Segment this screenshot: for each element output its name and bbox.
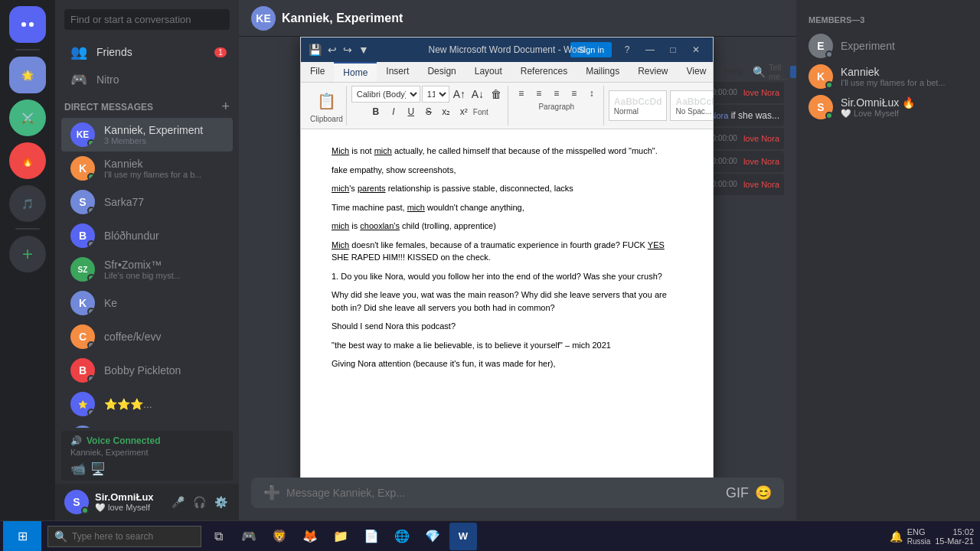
friends-nav[interactable]: 👥 Friends 1 — [61, 39, 233, 65]
word-close-button[interactable]: ✕ — [685, 39, 707, 60]
dm-item-blod[interactable]: B Blóðhundur — [61, 219, 233, 253]
server-icon-2[interactable]: ⚔️ — [9, 99, 46, 136]
search-input[interactable] — [64, 9, 230, 30]
style-no-spacing[interactable]: AaBbCcDd No Spac... — [670, 90, 713, 121]
gif-button[interactable]: GIF — [726, 485, 749, 501]
dm-item-kanniek[interactable]: K Kanniek I'll use my flames for a b... — [61, 152, 233, 185]
server-icon-3[interactable]: 🔥 — [9, 142, 46, 179]
superscript-button[interactable]: x² — [456, 104, 472, 119]
dm-item-coffee[interactable]: C coffee/k/evv — [61, 320, 233, 354]
dm-name-group: Kanniek, Experiment — [104, 124, 227, 136]
word-customqat-icon[interactable]: ▼ — [357, 42, 371, 57]
add-content-icon[interactable]: ➕ — [263, 484, 280, 501]
dm-item-sfr[interactable]: SZ Sfr•Zomix™ Life's one big myst... — [61, 253, 233, 286]
taskbar-time-area[interactable]: 15:02 15-Mar-21 — [935, 527, 974, 546]
taskbar-task-view[interactable]: ⧉ — [204, 523, 232, 550]
taskbar-firefox-icon[interactable]: 🦊 — [296, 523, 324, 550]
member-item-siromni[interactable]: S Sir.OmniŁux 🔥 🤍 Love Myself — [802, 92, 974, 122]
discord-home-button[interactable] — [9, 6, 46, 43]
dm-item-ke[interactable]: K Ke — [61, 286, 233, 320]
dm-item-mp[interactable]: M M.P. — [61, 421, 233, 428]
style-normal[interactable]: AaBbCcDd Normal — [609, 90, 668, 121]
word-tab-review[interactable]: Review — [629, 62, 677, 82]
mute-button[interactable]: 🎤 — [168, 493, 187, 511]
word-undo-icon[interactable]: ↩ — [326, 42, 338, 57]
status-dot-group — [87, 139, 95, 147]
word-tell-me[interactable]: Tell me... — [769, 63, 787, 81]
word-tab-home[interactable]: Home — [334, 62, 377, 82]
italic-button[interactable]: I — [385, 104, 402, 119]
taskbar-brave-icon[interactable]: 🦁 — [266, 523, 293, 550]
dm-item-anon1[interactable]: ⭐ ⭐⭐⭐... — [61, 387, 233, 421]
chat-input[interactable] — [286, 478, 720, 508]
member-name-kanniek: Kanniek — [841, 66, 946, 78]
dm-item-kanniek-exp[interactable]: KE Kanniek, Experiment 3 Members — [61, 118, 233, 152]
sub-text-1a: love Nora — [743, 88, 779, 97]
member-item-kanniek[interactable]: K Kanniek I'll use my flames for a bet..… — [802, 61, 974, 92]
toolbar-font: Calibri (Body) 11 A↑ A↓ 🗑 B — [348, 86, 508, 126]
word-tab-insert[interactable]: Insert — [377, 62, 418, 82]
taskbar-file-icon[interactable]: 📄 — [358, 523, 385, 550]
word-redo-icon[interactable]: ↪ — [341, 42, 354, 57]
voice-screen-button[interactable]: 🖥️ — [90, 461, 106, 476]
justify-button[interactable]: ≡ — [566, 86, 583, 101]
clear-format-button[interactable]: 🗑 — [488, 86, 505, 102]
word-tab-references[interactable]: References — [511, 62, 577, 82]
server-icon-1[interactable]: 🌟 — [9, 57, 46, 93]
word-save-icon[interactable]: 💾 — [307, 42, 323, 57]
dm-item-sarka77[interactable]: S Sarka77 — [61, 185, 233, 219]
word-tab-help[interactable]: Help — [715, 62, 753, 82]
member-item-experiment[interactable]: E Experiment — [802, 31, 974, 61]
status-dot-coffee — [87, 341, 95, 349]
start-button[interactable]: ⊞ — [3, 521, 41, 552]
underline-button[interactable]: U — [403, 104, 420, 119]
taskbar-discord-icon[interactable]: 🎮 — [235, 523, 263, 550]
deafen-button[interactable]: 🎧 — [190, 493, 208, 511]
taskbar-search-input[interactable] — [72, 531, 194, 542]
align-left-button[interactable]: ≡ — [513, 86, 530, 101]
strikethrough-button[interactable]: S — [420, 104, 437, 119]
taskbar-folder-icon[interactable]: 📁 — [327, 523, 354, 550]
subscript-button[interactable]: x₂ — [438, 104, 455, 119]
word-para7: mich is chooxlan's child (trolling, appr… — [332, 220, 682, 233]
word-tab-layout[interactable]: Layout — [466, 62, 511, 82]
shrink-font-button[interactable]: A↓ — [469, 86, 486, 102]
dm-name-anon1: ⭐⭐⭐... — [104, 398, 227, 410]
dm-add-button[interactable]: + — [221, 99, 230, 115]
settings-button[interactable]: ⚙️ — [211, 493, 230, 511]
word-minimize-button[interactable]: — — [639, 39, 661, 60]
bold-button[interactable]: B — [368, 104, 384, 119]
font-size-select[interactable]: 11 — [422, 86, 449, 103]
dm-avatar-sfr: SZ — [70, 257, 95, 282]
word-help-button[interactable]: ? — [616, 39, 638, 60]
taskbar-search-box[interactable]: 🔍 — [47, 526, 201, 547]
voice-video-button[interactable]: 📹 — [70, 461, 86, 476]
font-name-select[interactable]: Calibri (Body) — [351, 86, 420, 103]
taskbar-time: 15:02 — [952, 527, 974, 536]
taskbar-app-icon[interactable]: 💎 — [419, 523, 446, 550]
server-icon-4[interactable]: 🎵 — [9, 185, 46, 222]
word-tab-mailings[interactable]: Mailings — [577, 62, 629, 82]
word-tab-view[interactable]: View — [678, 62, 716, 82]
align-center-button[interactable]: ≡ — [531, 86, 547, 101]
align-right-button[interactable]: ≡ — [548, 86, 565, 101]
dm-name-bobby: Bobby Pickleton — [104, 364, 227, 377]
voice-icon: 🔊 — [70, 435, 82, 446]
emoji-button[interactable]: 😊 — [755, 484, 772, 501]
taskbar-edge-icon[interactable]: 🌐 — [388, 523, 416, 550]
taskbar-notification-icon[interactable]: 🔔 — [890, 530, 903, 543]
word-tab-design[interactable]: Design — [418, 62, 465, 82]
word-share-button[interactable]: Share — [790, 66, 796, 78]
grow-font-button[interactable]: A↑ — [451, 86, 468, 102]
add-server-button[interactable]: + — [9, 236, 46, 272]
line-spacing-button[interactable]: ↕ — [583, 86, 600, 101]
nitro-nav[interactable]: 🎮 Nitro — [61, 67, 233, 93]
taskbar-word-icon[interactable]: W — [449, 523, 477, 550]
paste-button[interactable]: 📋 — [312, 89, 340, 113]
user-panel-name: Sir.OmniŁux — [95, 491, 162, 503]
paste-label: Clipboard — [310, 115, 343, 123]
word-restore-button[interactable]: □ — [662, 39, 684, 60]
word-tab-file[interactable]: File — [301, 62, 334, 82]
dm-item-bobby[interactable]: B Bobby Pickleton — [61, 354, 233, 387]
dm-title: DIRECT MESSAGES — [64, 102, 153, 112]
